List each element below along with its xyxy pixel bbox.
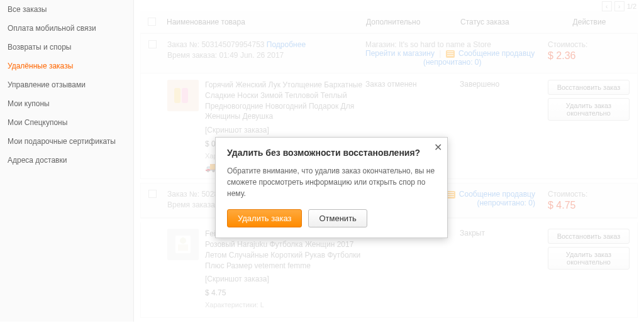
sidebar-item-coupons[interactable]: Мои купоны xyxy=(0,94,133,113)
modal-confirm-button[interactable]: Удалить заказ xyxy=(227,209,302,227)
sidebar-item-mobile-pay[interactable]: Оплата мобильной связи xyxy=(0,19,133,38)
confirm-delete-modal: ✕ Удалить без возможности восстановления… xyxy=(215,137,448,238)
sidebar: Все заказы Оплата мобильной связи Возвра… xyxy=(0,0,134,322)
modal-close-button[interactable]: ✕ xyxy=(434,141,442,153)
sidebar-item-reviews[interactable]: Управление отзывами xyxy=(0,75,133,94)
sidebar-item-gift-certs[interactable]: Мои подарочные сертификаты xyxy=(0,132,133,151)
sidebar-item-returns[interactable]: Возвраты и споры xyxy=(0,38,133,57)
modal-text: Обратите внимание, что удалив заказ окон… xyxy=(227,165,436,199)
sidebar-item-addresses[interactable]: Адреса доставки xyxy=(0,151,133,170)
sidebar-item-special-coupons[interactable]: Мои Спецкупоны xyxy=(0,113,133,132)
modal-cancel-button[interactable]: Отменить xyxy=(308,209,367,227)
sidebar-item-deleted-orders[interactable]: Удалённые заказы xyxy=(0,57,133,75)
sidebar-item-all-orders[interactable]: Все заказы xyxy=(0,0,133,19)
modal-title: Удалить без возможности восстановления? xyxy=(227,148,436,158)
